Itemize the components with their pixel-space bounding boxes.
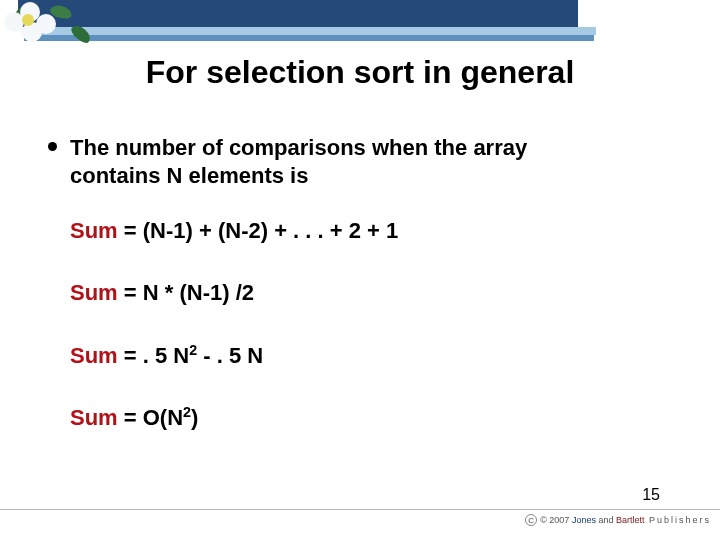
bullet-item: The number of comparisons when the array… <box>70 134 610 189</box>
equation-2: Sum = N * (N-1) /2 <box>70 280 254 306</box>
banner <box>0 0 720 44</box>
eq4-post: ) <box>191 405 198 430</box>
slide: For selection sort in general The number… <box>0 0 720 540</box>
banner-stripe-light <box>36 27 596 35</box>
copyright-jones: Jones <box>572 515 596 525</box>
eq3-exp: 2 <box>189 342 197 358</box>
equation-4: Sum = O(N2) <box>70 404 198 431</box>
eq3-post: - . 5 N <box>197 343 263 368</box>
sum-label: Sum <box>70 218 118 243</box>
copyright-and: and <box>596 515 616 525</box>
equation-1: Sum = (N-1) + (N-2) + . . . + 2 + 1 <box>70 218 398 244</box>
copyright: C© 2007 Jones and Bartlett Publishers <box>525 514 711 534</box>
slide-title: For selection sort in general <box>0 54 720 91</box>
sum-label: Sum <box>70 280 118 305</box>
bullet-text: The number of comparisons when the array… <box>70 135 527 188</box>
eq2-rhs: = N * (N-1) /2 <box>118 280 254 305</box>
copyright-publishers: Publishers <box>644 515 711 525</box>
eq3-pre: = . 5 N <box>118 343 190 368</box>
page-number: 15 <box>642 486 660 504</box>
flower-icon <box>0 0 105 44</box>
sum-label: Sum <box>70 343 118 368</box>
copyright-icon: C <box>525 514 537 526</box>
bullet-icon <box>48 142 57 151</box>
eq4-exp: 2 <box>183 404 191 420</box>
copyright-bartlett: Bartlett <box>616 515 645 525</box>
sum-label: Sum <box>70 405 118 430</box>
equation-3: Sum = . 5 N2 - . 5 N <box>70 342 263 369</box>
eq4-pre: = O(N <box>118 405 183 430</box>
footer-divider <box>0 509 720 510</box>
eq1-rhs: = (N-1) + (N-2) + . . . + 2 + 1 <box>118 218 399 243</box>
banner-stripe-mid <box>24 35 594 41</box>
copyright-year: © 2007 <box>540 515 569 525</box>
